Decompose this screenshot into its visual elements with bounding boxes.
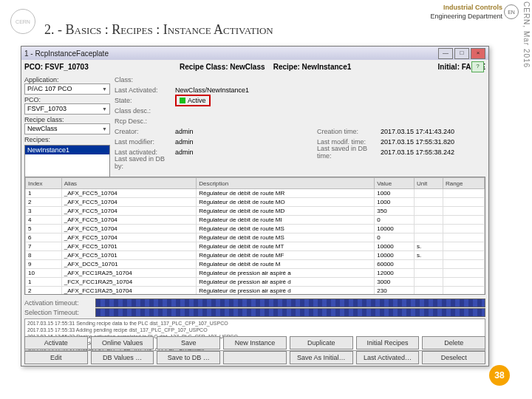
chevron-down-icon: ▼ xyxy=(102,84,107,94)
list-item[interactable]: NewInstance1 xyxy=(25,146,109,154)
status-badge: Active xyxy=(175,95,211,106)
table-row[interactable]: 7_AFX_FCC5_10701Régulateur de débit de r… xyxy=(26,242,485,251)
header-right: Industrial Controls Engineering Departme… xyxy=(430,3,502,21)
side-footer: CERN, Mar 2016 xyxy=(522,1,531,68)
recipe-class-header: Recipe Class: NewClass Recipe: NewInstan… xyxy=(93,63,438,71)
table-row[interactable]: 6_AFX_FCC5_10704Régulateur de débit de r… xyxy=(26,233,485,242)
deselect-button[interactable]: Deselect xyxy=(422,351,485,364)
edit-button[interactable]: Edit xyxy=(24,351,88,364)
enice-badge: EN xyxy=(504,4,519,19)
app-window: 1 - RcpInstanceFaceplate — □ × PCO: FSVF… xyxy=(21,46,489,366)
table-row[interactable]: 8_AFX_FCC5_10701Régulateur de débit de r… xyxy=(26,251,485,260)
maximize-button[interactable]: □ xyxy=(454,48,469,59)
online-values-button[interactable]: Online Values xyxy=(91,336,154,349)
cern-logo: CERN xyxy=(10,9,35,34)
selection-progress xyxy=(95,308,485,317)
db-values--button[interactable]: DB Values … xyxy=(91,351,154,364)
save-button[interactable]: Save xyxy=(157,336,220,349)
table-row[interactable]: 9_AFX_DCC5_10701Régulateur de débit de r… xyxy=(26,260,485,269)
duplicate-button[interactable]: Duplicate xyxy=(290,336,353,349)
info-panel: Class:Last Activated:NewClass/NewInstanc… xyxy=(115,75,484,168)
table-row[interactable]: 10_AFX_FCC1RA25_10704Régulateur de press… xyxy=(26,269,485,278)
recipe-class-dropdown[interactable]: NewClass▼ xyxy=(24,123,110,134)
close-button[interactable]: × xyxy=(471,48,485,59)
window-titlebar[interactable]: 1 - RcpInstanceFaceplate — □ × xyxy=(21,47,488,60)
slide-title: 2. - Basics : Recipes : Instance Activat… xyxy=(44,22,273,38)
table-row[interactable]: 4_AFX_FCC5_10704Régulateur de débit de r… xyxy=(26,216,485,225)
chevron-down-icon: ▼ xyxy=(102,124,107,134)
help-icon[interactable]: ? xyxy=(471,61,484,72)
pco-dropdown[interactable]: FSVF_10703▼ xyxy=(24,103,110,115)
application-dropdown[interactable]: P/AC 107 PCO▼ xyxy=(24,83,110,95)
table-row[interactable]: 1_FCX_FCC1RA25_10704Régulateur de pressi… xyxy=(26,278,485,287)
progress-area: Activation timeout: Selection Timeout: xyxy=(24,298,485,317)
save-to-db--button[interactable]: Save to DB … xyxy=(157,351,220,364)
spacer-button xyxy=(223,351,287,364)
table-row[interactable]: 1_AFX_FCC5_10704Régulateur de débit de r… xyxy=(26,189,485,198)
pco-label: PCO: FSVF_10703 xyxy=(24,63,89,71)
activation-progress xyxy=(95,299,485,307)
save-as-initial--button[interactable]: Save As Initial… xyxy=(290,351,353,364)
table-row[interactable]: 5_AFX_FCC5_10704Régulateur de débit de r… xyxy=(26,225,485,233)
table-row[interactable]: 2_AFX_FCC1RA25_10704Régulateur de pressi… xyxy=(26,287,485,296)
properties-table[interactable]: IndexAliasDescriptionValueUnitRange1_AFX… xyxy=(24,177,485,295)
activate-button[interactable]: Activate xyxy=(24,336,88,349)
chevron-down-icon: ▼ xyxy=(102,104,107,114)
new-instance-button[interactable]: New Instance xyxy=(223,336,287,349)
table-row[interactable]: 3_AFX_FCC5_10704Régulateur de débit de r… xyxy=(26,207,485,216)
delete-button[interactable]: Delete xyxy=(422,336,485,349)
last-activated--button[interactable]: Last Activated… xyxy=(356,351,420,364)
table-row[interactable]: 2_AFX_FCC5_10704Régulateur de débit de r… xyxy=(26,198,485,207)
slide-number: 38 xyxy=(489,365,510,386)
initial-recipes-button[interactable]: Initial Recipes xyxy=(356,336,420,349)
window-title: 1 - RcpInstanceFaceplate xyxy=(24,50,109,58)
minimize-button[interactable]: — xyxy=(438,48,453,59)
